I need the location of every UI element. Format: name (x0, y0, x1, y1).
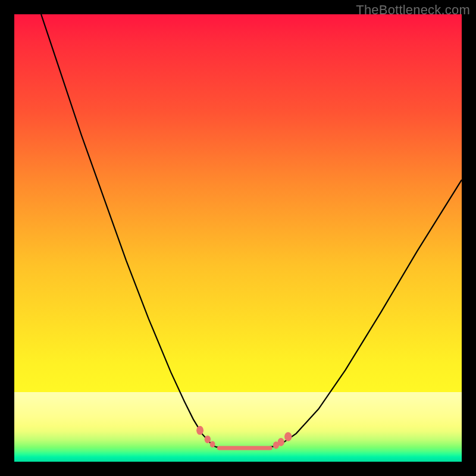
valley-marker-dot (278, 438, 284, 446)
chart-frame: TheBottleneck.com (0, 0, 476, 476)
right-branch-line (274, 180, 462, 446)
valley-markers (196, 426, 292, 449)
valley-marker-dot (205, 436, 211, 443)
valley-marker-dot (284, 432, 292, 441)
curve-layer (14, 14, 462, 462)
plot-area (14, 14, 462, 462)
valley-marker-dot (196, 426, 203, 435)
watermark-text: TheBottleneck.com (356, 2, 470, 18)
valley-marker-dot (210, 441, 215, 447)
left-branch-line (41, 14, 215, 447)
